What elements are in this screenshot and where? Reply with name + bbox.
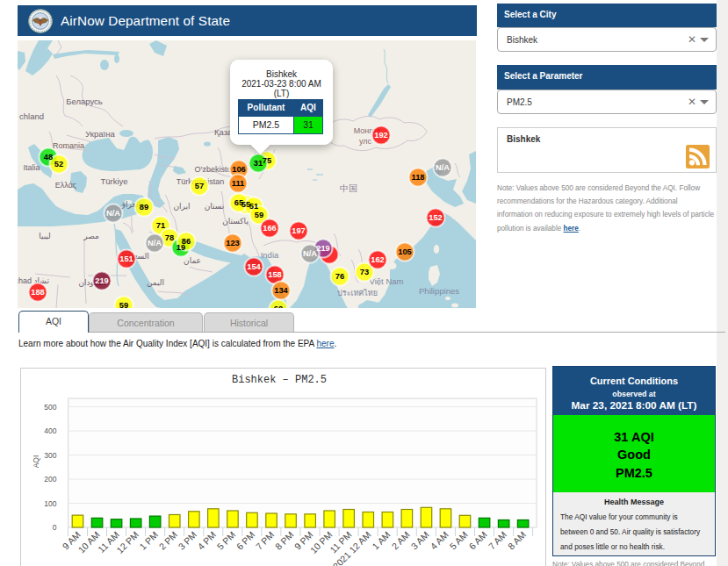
- svg-text:Romania: Romania: [53, 141, 84, 150]
- svg-text:مصر: مصر: [83, 232, 99, 240]
- svg-text:N/A: N/A: [106, 209, 120, 218]
- svg-text:59: 59: [119, 301, 128, 308]
- svg-text:улс: улс: [359, 137, 372, 146]
- svg-text:158: 158: [268, 270, 282, 279]
- svg-text:N/A: N/A: [436, 163, 450, 172]
- svg-text:12 PM: 12 PM: [114, 529, 141, 555]
- svg-text:chland: chland: [19, 111, 44, 121]
- svg-text:52: 52: [54, 160, 63, 168]
- svg-text:51: 51: [249, 202, 258, 211]
- svg-text:100: 100: [44, 499, 56, 508]
- svg-text:65: 65: [234, 198, 243, 207]
- svg-text:Ελλάς: Ελλάς: [55, 181, 77, 190]
- svg-text:1 AM: 1 AM: [370, 529, 392, 551]
- svg-text:188: 188: [31, 288, 45, 297]
- svg-text:1 PM: 1 PM: [137, 529, 160, 552]
- svg-text:197: 197: [292, 226, 306, 235]
- svg-text:73: 73: [360, 268, 369, 276]
- svg-text:Việt Nam: Việt Nam: [370, 276, 404, 286]
- svg-text:8 AM: 8 AM: [506, 529, 528, 551]
- svg-text:219: 219: [316, 244, 330, 253]
- svg-text:151: 151: [119, 254, 133, 263]
- svg-text:6 PM: 6 PM: [234, 529, 257, 552]
- svg-text:ประเทศไทย: ประเทศไทย: [337, 289, 378, 297]
- svg-text:71: 71: [156, 221, 165, 230]
- svg-text:111: 111: [232, 179, 245, 188]
- svg-text:عمان: عمان: [184, 256, 201, 265]
- svg-text:59: 59: [255, 211, 263, 219]
- svg-text:3 AM: 3 AM: [408, 529, 430, 551]
- svg-text:0: 0: [53, 523, 57, 532]
- svg-text:اليمن: اليمن: [147, 278, 164, 287]
- svg-text:ليبيا: ليبيا: [39, 232, 51, 240]
- svg-text:500: 500: [44, 403, 56, 412]
- svg-text:پاکستان: پاکستان: [222, 217, 249, 226]
- svg-text:57: 57: [195, 182, 204, 190]
- svg-text:7 PM: 7 PM: [254, 529, 277, 552]
- svg-text:78: 78: [165, 233, 174, 242]
- svg-text:48: 48: [44, 153, 53, 161]
- svg-text:60: 60: [274, 304, 283, 308]
- svg-text:Беларусь: Беларусь: [66, 97, 103, 106]
- svg-text:166: 166: [263, 224, 277, 233]
- svg-text:8 PM: 8 PM: [273, 529, 296, 552]
- svg-text:123: 123: [226, 239, 240, 247]
- svg-text:10 PM: 10 PM: [308, 529, 335, 555]
- svg-text:2 AM: 2 AM: [389, 529, 411, 551]
- svg-text:نستان: نستان: [205, 202, 225, 211]
- svg-text:Italia: Italia: [23, 163, 40, 172]
- svg-text:5 PM: 5 PM: [214, 529, 237, 552]
- svg-text:152: 152: [429, 213, 443, 222]
- svg-text:106: 106: [232, 165, 246, 174]
- svg-text:5 AM: 5 AM: [448, 529, 470, 551]
- svg-text:N/A: N/A: [303, 249, 317, 258]
- svg-text:3 PM: 3 PM: [176, 529, 198, 552]
- svg-text:76: 76: [335, 272, 344, 281]
- svg-text:105: 105: [398, 247, 412, 256]
- svg-text:AQI: AQI: [32, 455, 40, 469]
- svg-text:India: India: [261, 250, 279, 260]
- svg-text:192: 192: [374, 131, 388, 140]
- svg-text:6 AM: 6 AM: [467, 529, 489, 551]
- svg-text:2 PM: 2 PM: [156, 529, 179, 552]
- svg-text:400: 400: [44, 426, 56, 435]
- svg-text:10 AM: 10 AM: [76, 529, 102, 555]
- svg-text:89: 89: [140, 203, 148, 211]
- svg-text:4 PM: 4 PM: [195, 529, 218, 552]
- svg-text:31: 31: [254, 159, 263, 168]
- svg-text:134: 134: [274, 286, 288, 295]
- svg-text:75: 75: [263, 156, 271, 165]
- svg-text:Philippines: Philippines: [419, 286, 459, 296]
- svg-text:Türkiye: Türkiye: [100, 176, 127, 186]
- svg-text:118: 118: [412, 173, 425, 182]
- svg-text:7 AM: 7 AM: [487, 529, 508, 551]
- svg-text:154: 154: [247, 262, 261, 271]
- svg-text:162: 162: [371, 255, 385, 264]
- svg-text:ایران: ایران: [173, 202, 190, 211]
- svg-text:219: 219: [95, 276, 109, 285]
- svg-text:86: 86: [182, 237, 191, 246]
- svg-text:中国: 中国: [340, 183, 357, 193]
- svg-text:N/A: N/A: [148, 239, 162, 247]
- svg-text:Bishkek – PM2.5: Bishkek – PM2.5: [232, 374, 327, 386]
- svg-text:200: 200: [44, 475, 56, 484]
- svg-text:300: 300: [44, 451, 56, 460]
- svg-text:4 AM: 4 AM: [428, 529, 450, 551]
- svg-text:Україна: Україна: [85, 129, 115, 139]
